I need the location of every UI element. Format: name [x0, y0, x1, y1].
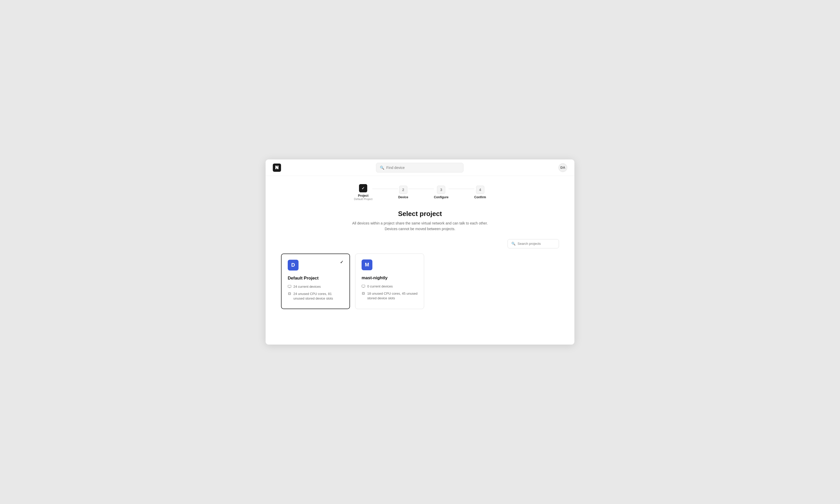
step-1-sublabel: Default Project	[354, 197, 372, 201]
step-3-circle: 3	[437, 186, 445, 194]
app-window: 🔍 DA ✓ Project Default Project 2 Device …	[266, 159, 574, 345]
step-4: 4 Confirm	[474, 186, 486, 199]
svg-rect-7	[362, 292, 365, 294]
avatar: DA	[558, 163, 567, 172]
resources-mast: 18 unused CPU cores, 45 unused stored de…	[367, 291, 418, 301]
cpu-icon-mast	[362, 292, 365, 296]
project-name-default: Default Project	[288, 276, 343, 281]
svg-rect-2	[289, 287, 290, 288]
search-projects-icon: 🔍	[511, 242, 515, 246]
project-name-mast: mast-nightly	[362, 275, 418, 281]
step-2-circle: 2	[399, 186, 407, 194]
svg-rect-4	[289, 293, 290, 294]
svg-rect-3	[288, 292, 291, 295]
stepper: ✓ Project Default Project 2 Device 3 Con…	[281, 184, 559, 201]
step-2-label: Device	[398, 195, 408, 199]
page-subtitle: All devices within a project share the s…	[281, 220, 559, 232]
step-1-label: Project	[358, 194, 369, 197]
step-3-label: Configure	[434, 195, 449, 199]
stat-devices-default: 24 current devices	[288, 284, 343, 290]
logo	[273, 164, 281, 172]
stat-resources-default: 24 unused CPU cores, 81 unused stored de…	[288, 292, 343, 301]
project-card-mast-nightly[interactable]: M mast-nightly 0 current devices 18 unus…	[355, 254, 424, 309]
search-icon: 🔍	[380, 166, 384, 170]
stat-devices-mast: 0 current devices	[362, 284, 418, 289]
svg-rect-8	[363, 293, 364, 294]
device-icon-mast	[362, 284, 365, 289]
card-top-default: D ✓	[288, 260, 343, 271]
subtitle-line2: Devices cannot be moved between projects…	[385, 227, 456, 231]
find-device-search[interactable]: 🔍	[376, 163, 463, 173]
card-top-mast: M	[362, 259, 418, 270]
project-avatar-mast: M	[362, 259, 372, 270]
svg-rect-1	[288, 285, 291, 287]
step-2: 2 Device	[398, 186, 408, 199]
devices-count-default: 24 current devices	[293, 284, 321, 289]
step-1: ✓ Project Default Project	[354, 184, 372, 201]
main-content: ✓ Project Default Project 2 Device 3 Con…	[266, 176, 574, 345]
project-card-default[interactable]: D ✓ Default Project 24 current devices 2…	[281, 254, 350, 309]
find-device-input[interactable]	[386, 166, 460, 170]
device-icon-default	[288, 285, 291, 290]
page-title: Select project	[281, 210, 559, 218]
search-projects-row: 🔍	[281, 239, 559, 248]
selected-check-icon: ✓	[340, 260, 343, 265]
project-avatar-default: D	[288, 260, 299, 271]
search-projects-field[interactable]: 🔍	[508, 239, 559, 248]
subtitle-line1: All devices within a project share the s…	[352, 221, 488, 225]
step-4-circle: 4	[476, 186, 484, 194]
svg-rect-5	[362, 285, 365, 287]
svg-rect-6	[363, 287, 364, 288]
devices-count-mast: 0 current devices	[367, 284, 393, 289]
step-1-circle: ✓	[359, 184, 367, 192]
step-4-label: Confirm	[474, 195, 486, 199]
step-3: 3 Configure	[434, 186, 449, 199]
resources-default: 24 unused CPU cores, 81 unused stored de…	[293, 292, 343, 301]
header: 🔍 DA	[266, 159, 574, 176]
project-cards: D ✓ Default Project 24 current devices 2…	[281, 254, 559, 309]
stat-resources-mast: 18 unused CPU cores, 45 unused stored de…	[362, 291, 418, 301]
cpu-icon-default	[288, 292, 291, 297]
search-projects-input[interactable]	[518, 242, 555, 246]
